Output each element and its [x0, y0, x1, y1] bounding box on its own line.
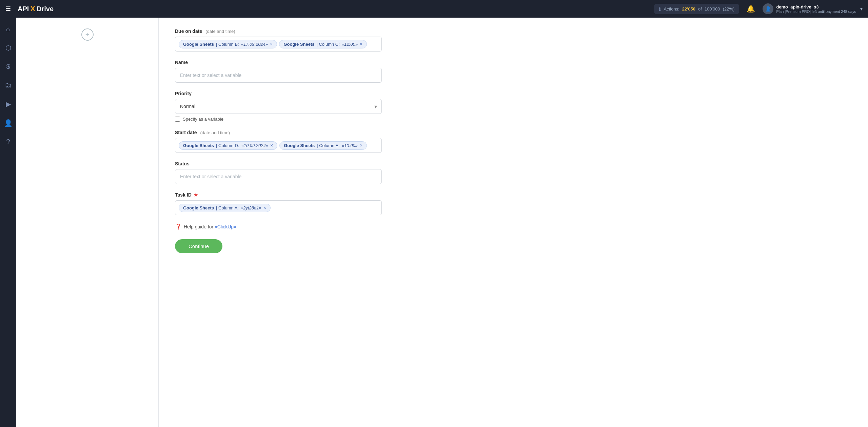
chevron-down-icon[interactable]: ▾ — [860, 6, 863, 12]
tag-source: Google Sheets — [183, 205, 214, 210]
logo-api: API — [18, 5, 29, 13]
priority-select-wrapper: Normal High Low Urgent ▾ — [175, 99, 382, 114]
tag-separator: | Column B: — [216, 42, 239, 47]
name-label: Name — [175, 60, 852, 65]
bell-icon[interactable]: 🔔 — [747, 5, 755, 13]
tag-close-icon[interactable]: × — [360, 42, 362, 46]
user-plan: Plan |Premium PRO| left until payment 24… — [776, 9, 856, 14]
actions-of: of — [698, 6, 702, 12]
actions-label: Actions: — [664, 6, 679, 12]
name-input[interactable] — [175, 68, 382, 83]
tag-close-icon[interactable]: × — [360, 143, 362, 148]
logo-drive: Drive — [37, 5, 54, 13]
tag-close-icon[interactable]: × — [270, 42, 273, 46]
status-input[interactable] — [175, 169, 382, 184]
actions-badge: ℹ Actions: 22'050 of 100'000 (22%) — [654, 4, 739, 14]
due-on-date-label: Due on date (date and time) — [175, 28, 852, 34]
header: ☰ API X Drive ℹ Actions: 22'050 of 100'0… — [0, 0, 868, 18]
status-field: Status — [175, 161, 852, 184]
left-panel: + — [16, 18, 159, 427]
start-date-tag-1: Google Sheets | Column D: «10.09.2024» × — [179, 141, 277, 150]
start-date-tag-2: Google Sheets | Column E: «10:00» × — [279, 141, 367, 150]
sidebar: ⌂ ⬡ $ 🗂 ▶ 👤 ? — [0, 18, 16, 427]
help-text: Help guide for «ClickUp» — [184, 224, 236, 229]
actions-total: 100'000 — [705, 6, 720, 12]
tag-value: «10.09.2024» — [241, 143, 268, 148]
task-id-tag-1: Google Sheets | Column A: «2yt28e1» × — [179, 204, 271, 212]
tag-close-icon[interactable]: × — [270, 143, 273, 148]
sidebar-item-briefcase[interactable]: 🗂 — [3, 79, 14, 91]
add-step-button[interactable]: + — [81, 28, 94, 41]
task-id-field: Task ID ★ Google Sheets | Column A: «2yt… — [175, 192, 852, 215]
specify-variable-label: Specify as a variable — [183, 117, 223, 122]
task-id-tags[interactable]: Google Sheets | Column A: «2yt28e1» × — [175, 200, 382, 215]
avatar: 👤 — [763, 3, 773, 14]
due-date-tag-2: Google Sheets | Column C: «12:00» × — [279, 40, 367, 48]
tag-source: Google Sheets — [183, 42, 214, 47]
sidebar-item-dollar[interactable]: $ — [4, 61, 12, 73]
tag-value: «17.09.2024» — [241, 42, 268, 47]
continue-button[interactable]: Continue — [175, 239, 222, 253]
sidebar-item-diagram[interactable]: ⬡ — [3, 42, 13, 54]
user-name: demo_apix-drive_s3 — [776, 4, 856, 9]
due-on-date-sublabel: (date and time) — [205, 29, 235, 34]
tag-separator: | Column E: — [317, 143, 340, 148]
tag-source: Google Sheets — [284, 143, 315, 148]
start-date-field: Start date (date and time) Google Sheets… — [175, 130, 852, 153]
tag-separator: | Column D: — [216, 143, 239, 148]
sidebar-item-help[interactable]: ? — [4, 136, 12, 148]
specify-variable-row: Specify as a variable — [175, 117, 852, 122]
user-info: demo_apix-drive_s3 Plan |Premium PRO| le… — [776, 4, 856, 14]
right-panel: Due on date (date and time) Google Sheet… — [159, 18, 868, 427]
hamburger-button[interactable]: ☰ — [5, 5, 11, 13]
tag-value: «10:00» — [342, 143, 358, 148]
priority-select[interactable]: Normal High Low Urgent — [175, 99, 382, 114]
name-field: Name — [175, 60, 852, 83]
user-section: 👤 demo_apix-drive_s3 Plan |Premium PRO| … — [763, 3, 863, 14]
required-star: ★ — [194, 192, 198, 198]
logo-x: X — [30, 4, 35, 13]
help-clickup-link[interactable]: «ClickUp» — [215, 224, 236, 229]
help-link-row: ❓ Help guide for «ClickUp» — [175, 223, 852, 230]
tag-value: «2yt28e1» — [241, 205, 261, 210]
sidebar-item-video[interactable]: ▶ — [4, 98, 13, 110]
start-date-label: Start date (date and time) — [175, 130, 852, 135]
tag-separator: | Column C: — [316, 42, 339, 47]
due-on-date-field: Due on date (date and time) Google Sheet… — [175, 28, 852, 52]
actions-count: 22'050 — [682, 6, 695, 12]
tag-source: Google Sheets — [283, 42, 314, 47]
task-id-label: Task ID ★ — [175, 192, 852, 198]
start-date-sublabel: (date and time) — [200, 130, 230, 135]
due-date-tag-1: Google Sheets | Column B: «17.09.2024» × — [179, 40, 277, 48]
priority-field: Priority Normal High Low Urgent ▾ Specif… — [175, 91, 852, 122]
actions-pct: (22%) — [723, 6, 735, 12]
specify-variable-checkbox[interactable] — [175, 117, 180, 122]
info-icon: ℹ — [659, 6, 661, 12]
tag-value: «12:00» — [342, 42, 358, 47]
logo: API X Drive — [18, 4, 54, 13]
help-circle-icon: ❓ — [175, 223, 182, 230]
sidebar-item-home[interactable]: ⌂ — [4, 23, 12, 35]
sidebar-item-user[interactable]: 👤 — [2, 117, 15, 129]
start-date-tags[interactable]: Google Sheets | Column D: «10.09.2024» ×… — [175, 138, 382, 153]
priority-label: Priority — [175, 91, 852, 96]
due-on-date-tags[interactable]: Google Sheets | Column B: «17.09.2024» ×… — [175, 37, 382, 52]
tag-close-icon[interactable]: × — [263, 205, 266, 210]
tag-separator: | Column A: — [216, 205, 239, 210]
tag-source: Google Sheets — [183, 143, 214, 148]
main-content: + Due on date (date and time) Google She… — [16, 18, 868, 427]
status-label: Status — [175, 161, 852, 166]
